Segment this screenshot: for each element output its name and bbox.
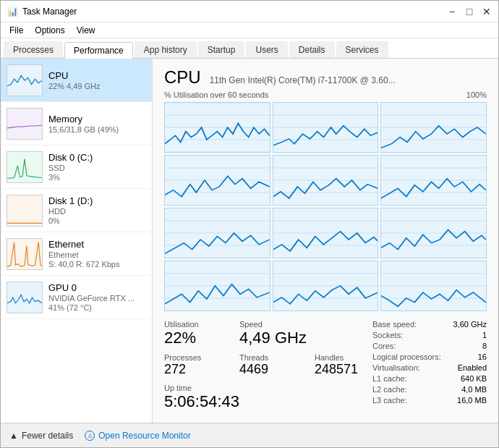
cpu-graph-7 — [164, 208, 270, 258]
info-virt: Virtualisation: Enabled — [372, 363, 487, 372]
gpu0-name: GPU 0 — [48, 282, 146, 293]
disk1-name: Disk 1 (D:) — [48, 195, 146, 206]
ethernet-thumb — [7, 238, 43, 270]
util-speed-row: Utilisation 22% Speed 4,49 GHz — [164, 320, 372, 347]
tab-app-history[interactable]: App history — [135, 41, 197, 58]
bottom-bar: ▲ Fewer details ⚠ Open Resource Monitor — [1, 423, 498, 447]
stats-section: Utilisation 22% Speed 4,49 GHz Processes… — [164, 320, 487, 417]
gpu0-info: GPU 0 NVIDIA GeForce RTX ... 41% (72 °C) — [48, 282, 146, 312]
uptime-label: Up time — [164, 384, 372, 392]
threads-value: 4469 — [239, 362, 297, 378]
menu-file[interactable]: File — [4, 24, 29, 37]
chevron-up-icon: ▲ — [9, 431, 18, 441]
detail-subtitle: 11th Gen Intel(R) Core(TM) i7-11700K @ 3… — [210, 75, 396, 85]
ethernet-detail2: S: 40,0 R: 672 Kbps — [48, 260, 146, 269]
utilisation-label: Utilisation — [164, 320, 222, 329]
uptime-section: Up time 5:06:54:43 — [164, 384, 372, 411]
memory-name: Memory — [48, 114, 146, 124]
util-label: % Utilisation over 60 seconds 100% — [164, 90, 487, 99]
sidebar-item-disk0[interactable]: Disk 0 (C:) SSD 3% — [1, 145, 152, 189]
tab-startup[interactable]: Startup — [198, 41, 245, 58]
info-l1: L1 cache: 640 KB — [372, 374, 487, 383]
info-l3: L3 cache: 16,0 MB — [372, 396, 487, 405]
sidebar-item-memory[interactable]: Memory 15,6/31,8 GB (49%) — [1, 102, 152, 145]
ethernet-info: Ethernet Ethernet S: 40,0 R: 672 Kbps — [48, 239, 146, 269]
speed-label: Speed — [239, 320, 307, 329]
stats-left: Utilisation 22% Speed 4,49 GHz Processes… — [164, 320, 372, 417]
title-bar: 📊 Task Manager − □ ✕ — [1, 1, 498, 22]
sidebar-item-disk1[interactable]: Disk 1 (D:) HDD 0% — [1, 189, 152, 232]
tab-bar: Processes Performance App history Startu… — [1, 38, 498, 59]
cpu-graph-8 — [273, 208, 379, 258]
cpu-graph-1 — [164, 102, 270, 153]
cpu-graph-10 — [164, 261, 270, 311]
tab-performance[interactable]: Performance — [64, 42, 133, 59]
close-button[interactable]: ✕ — [481, 6, 492, 17]
monitor-icon: ⚠ — [85, 431, 95, 441]
cpu-info: CPU 22% 4,49 GHz — [48, 70, 146, 90]
window-title: Task Manager — [22, 7, 446, 17]
menu-options[interactable]: Options — [29, 24, 70, 37]
detail-header: CPU 11th Gen Intel(R) Core(TM) i7-11700K… — [164, 67, 487, 88]
utilisation-value: 22% — [164, 329, 222, 347]
info-cores: Cores: 8 — [372, 342, 487, 350]
info-table: Base speed: 3,60 GHz Sockets: 1 Cores: 8… — [372, 320, 487, 417]
cpu-detail: 22% 4,49 GHz — [48, 82, 146, 90]
memory-info: Memory 15,6/31,8 GB (49%) — [48, 114, 146, 134]
cpu-graph-11 — [273, 261, 379, 311]
threads-block: Threads 4469 — [239, 353, 297, 378]
handles-label: Handles — [315, 353, 372, 362]
gpu0-detail1: NVIDIA GeForce RTX ... — [48, 294, 146, 303]
ethernet-name: Ethernet — [48, 239, 146, 250]
minimize-button[interactable]: − — [446, 6, 458, 17]
sidebar-item-ethernet[interactable]: Ethernet Ethernet S: 40,0 R: 672 Kbps — [1, 232, 152, 276]
cpu-graph-3 — [380, 102, 487, 153]
disk1-detail1: HDD — [48, 207, 146, 216]
tab-services[interactable]: Services — [336, 41, 388, 58]
speed-block: Speed 4,49 GHz — [239, 320, 307, 347]
maximize-button[interactable]: □ — [464, 6, 475, 17]
cpu-graph-9 — [380, 208, 487, 258]
fewer-details-button[interactable]: ▲ Fewer details — [9, 431, 73, 441]
tab-details[interactable]: Details — [289, 41, 335, 58]
disk0-detail1: SSD — [48, 164, 146, 172]
disk0-info: Disk 0 (C:) SSD 3% — [48, 152, 146, 182]
task-manager-window: 📊 Task Manager − □ ✕ File Options View P… — [0, 0, 499, 448]
main-content: CPU 22% 4,49 GHz Memory 15,6/31,8 GB (49… — [1, 59, 498, 423]
uptime-value: 5:06:54:43 — [164, 392, 372, 411]
open-resource-monitor-label: Open Resource Monitor — [98, 431, 190, 441]
open-resource-monitor-button[interactable]: ⚠ Open Resource Monitor — [85, 431, 190, 441]
sidebar-item-cpu[interactable]: CPU 22% 4,49 GHz — [1, 59, 152, 102]
sidebar-item-gpu0[interactable]: GPU 0 NVIDIA GeForce RTX ... 41% (72 °C) — [1, 276, 152, 319]
cpu-name: CPU — [48, 70, 146, 81]
disk1-detail2: 0% — [48, 216, 146, 225]
memory-thumb — [7, 108, 43, 140]
cpu-graph-5 — [273, 155, 379, 206]
cpu-graph-12 — [380, 261, 487, 311]
fewer-details-label: Fewer details — [22, 431, 73, 441]
cpu-thumb — [7, 64, 43, 96]
utilisation-block: Utilisation 22% — [164, 320, 222, 347]
info-sockets: Sockets: 1 — [372, 331, 487, 339]
disk0-name: Disk 0 (C:) — [48, 152, 146, 163]
disk1-thumb — [7, 195, 43, 227]
info-base-speed: Base speed: 3,60 GHz — [372, 320, 487, 329]
svg-rect-3 — [7, 195, 42, 226]
cpu-graph-4 — [164, 155, 270, 206]
processes-block: Processes 272 — [164, 353, 222, 378]
tab-users[interactable]: Users — [246, 41, 287, 58]
threads-label: Threads — [239, 353, 297, 362]
app-icon: 📊 — [7, 6, 18, 17]
detail-title: CPU — [164, 67, 201, 88]
tab-processes[interactable]: Processes — [4, 41, 63, 58]
menu-bar: File Options View — [1, 22, 498, 38]
speed-value: 4,49 GHz — [239, 329, 307, 347]
info-logical: Logical processors: 16 — [372, 352, 487, 361]
detail-panel: CPU 11th Gen Intel(R) Core(TM) i7-11700K… — [153, 59, 498, 423]
processes-value: 272 — [164, 362, 222, 378]
disk1-info: Disk 1 (D:) HDD 0% — [48, 195, 146, 225]
disk0-detail2: 3% — [48, 173, 146, 182]
gpu0-thumb — [7, 282, 43, 313]
handles-block: Handles 248571 — [315, 353, 372, 378]
menu-view[interactable]: View — [71, 24, 101, 37]
